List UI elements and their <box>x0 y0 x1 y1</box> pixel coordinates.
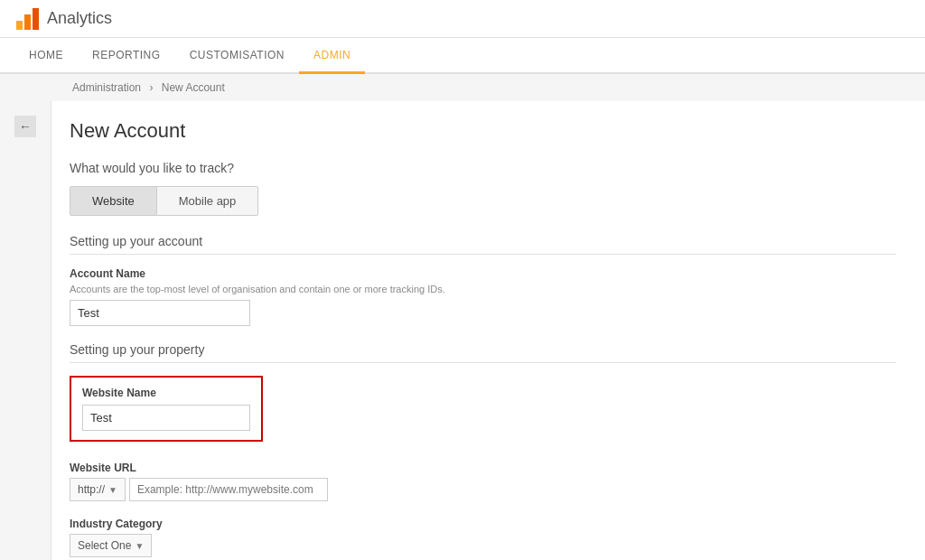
nav-customisation[interactable]: CUSTOMISATION <box>175 38 299 74</box>
nav-reporting[interactable]: REPORTING <box>78 38 175 74</box>
page-title: New Account <box>70 119 896 143</box>
industry-group: Industry Category Select One ▼ <box>70 518 896 557</box>
url-protocol-dropdown[interactable]: http:// ▼ <box>70 478 126 501</box>
account-name-label: Account Name <box>70 267 896 280</box>
account-name-group: Account Name Accounts are the top-most l… <box>70 267 896 326</box>
svg-rect-1 <box>24 14 31 30</box>
chevron-down-icon: ▼ <box>108 485 117 495</box>
svg-rect-2 <box>33 8 39 30</box>
content-area: New Account What would you like to track… <box>51 101 925 560</box>
track-question: What would you like to track? <box>70 161 896 175</box>
industry-label: Industry Category <box>70 518 896 530</box>
website-url-label: Website URL <box>70 462 896 474</box>
header-title: Analytics <box>47 9 112 28</box>
website-url-input[interactable] <box>129 478 328 501</box>
chevron-down-icon: ▼ <box>135 541 144 551</box>
svg-rect-0 <box>16 21 23 30</box>
track-toggle: Website Mobile app <box>70 186 896 216</box>
website-name-label: Website Name <box>82 387 250 399</box>
nav-home[interactable]: HOME <box>14 38 78 74</box>
industry-value: Select One <box>78 539 131 552</box>
breadcrumb-parent[interactable]: Administration <box>72 81 141 94</box>
logo: Analytics <box>14 6 112 32</box>
track-mobileapp-button[interactable]: Mobile app <box>157 186 259 216</box>
nav-admin[interactable]: ADMIN <box>299 38 365 74</box>
breadcrumb-current: New Account <box>162 81 225 94</box>
url-protocol-value: http:// <box>78 483 105 496</box>
sidebar-toggle-button[interactable]: ← <box>14 116 36 137</box>
sidebar-toggle: ← <box>0 101 51 560</box>
main-wrapper: ← New Account What would you like to tra… <box>0 101 925 560</box>
header: Analytics <box>0 0 925 38</box>
account-name-input[interactable] <box>70 300 250 326</box>
breadcrumb: Administration › New Account <box>0 74 925 101</box>
track-website-button[interactable]: Website <box>70 186 157 216</box>
account-section-title: Setting up your account <box>70 234 896 255</box>
account-name-hint: Accounts are the top-most level of organ… <box>70 284 896 294</box>
website-name-highlight: Website Name <box>70 376 263 442</box>
website-name-group: Website Name <box>70 376 896 445</box>
analytics-logo-icon <box>14 6 40 32</box>
url-field: http:// ▼ <box>70 478 896 501</box>
main-nav: HOME REPORTING CUSTOMISATION ADMIN <box>0 38 925 74</box>
breadcrumb-separator: › <box>149 81 153 94</box>
industry-dropdown[interactable]: Select One ▼ <box>70 534 152 557</box>
website-url-group: Website URL http:// ▼ <box>70 462 896 501</box>
property-section-title: Setting up your property <box>70 342 896 363</box>
website-name-input[interactable] <box>82 405 250 431</box>
